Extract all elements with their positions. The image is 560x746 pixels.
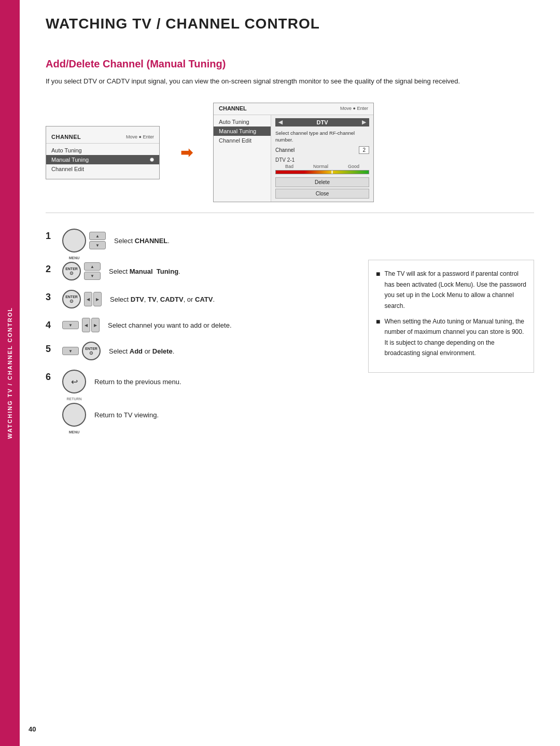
section-heading: Add/Delete Channel (Manual Tuning) xyxy=(46,58,534,70)
channel-row: Channel 2 xyxy=(275,146,369,154)
screen1-nav: Move ● Enter xyxy=(126,134,154,139)
step-2-text: Select Manual Tuning. xyxy=(109,266,180,277)
nav-lr-step4: ◀ ▶ xyxy=(82,318,100,332)
screen1-item-channeledit: Channel Edit xyxy=(46,164,159,174)
signal-bar xyxy=(275,170,369,174)
enter-circle-icon-step5: ⊙ xyxy=(89,350,93,356)
nav-ud-step4: ▼ xyxy=(62,321,79,329)
nav-up-step2: ▲ xyxy=(84,262,101,271)
step-2-num: 2 xyxy=(46,264,54,275)
step-3-text: Select DTV, TV, CADTV, or CATV. xyxy=(110,294,215,305)
step-7-icons: MENU xyxy=(62,403,86,427)
nav-down-step4a: ▼ xyxy=(62,321,79,329)
step-3-num: 3 xyxy=(46,292,54,303)
step-7: MENU Return to TV viewing. xyxy=(46,403,353,427)
screen2-menu-row: Auto Tuning Manual Tuning Channel Edit ◀… xyxy=(214,115,373,202)
nav-left-step3: ◀ xyxy=(84,292,92,306)
nav-up-step1: ▲ xyxy=(89,232,106,240)
step-5: 5 ▼ ENTER ⊙ Select Add or Delete. xyxy=(46,342,353,360)
steps-left: 1 MENU ▲ ▼ Select CHANNEL. 2 xyxy=(46,229,353,436)
channel-num-box: 2 xyxy=(359,146,369,154)
steps-area: 1 MENU ▲ ▼ Select CHANNEL. 2 xyxy=(46,229,534,436)
screen2-item-autotuning: Auto Tuning xyxy=(214,117,271,126)
mockup-area: CHANNEL Move ● Enter Auto Tuning Manual … xyxy=(46,103,534,214)
nav-ud-step5: ▼ xyxy=(62,347,79,355)
step-2-icons: ENTER ⊙ ▲ ▼ xyxy=(62,262,101,280)
screen2-btn-row: Delete Close xyxy=(275,177,369,199)
sidebar-label: WATCHING TV / CHANNEL CONTROL xyxy=(7,307,13,439)
nav-ud-step2: ▲ ▼ xyxy=(84,262,101,280)
return-label: RETURN xyxy=(66,397,81,401)
step-1-icons: MENU ▲ ▼ xyxy=(62,229,106,252)
screen1-item-manualtuning: Manual Tuning xyxy=(46,155,159,164)
sidebar: WATCHING TV / CHANNEL CONTROL xyxy=(0,0,20,746)
signal-good: Good xyxy=(348,164,359,169)
step-3: 3 ENTER ⊙ ◀ ▶ Select DTV, TV, CADTV, or … xyxy=(46,290,353,308)
nav-ud-step1: ▲ ▼ xyxy=(89,232,106,249)
enter-button-step3: ENTER ⊙ xyxy=(62,290,81,308)
return-icon: ↩ xyxy=(71,377,78,387)
screen2-item-channeledit: Channel Edit xyxy=(214,136,271,145)
dtv-left-arrow-icon: ◀ xyxy=(278,119,283,125)
menu-button-step7: MENU xyxy=(62,403,86,427)
step-6: 6 ↩ RETURN Return to the previous menu. xyxy=(46,370,353,393)
intro-text: If you select DTV or CADTV input signal,… xyxy=(46,76,512,87)
nav-down-step5: ▼ xyxy=(62,347,79,355)
close-button[interactable]: Close xyxy=(275,189,369,199)
menu-button-step1: MENU xyxy=(62,229,86,252)
note-1-text: The TV will ask for a password if parent… xyxy=(384,269,526,311)
signal-normal: Normal xyxy=(313,164,328,169)
signal-indicator xyxy=(331,171,333,174)
return-button-step6: ↩ RETURN xyxy=(62,370,86,393)
step-1-num: 1 xyxy=(46,231,54,242)
note-2-text: When setting the Auto tuning or Manual t… xyxy=(384,316,526,359)
nav-left-step4: ◀ xyxy=(82,318,90,332)
step-2: 2 ENTER ⊙ ▲ ▼ Select Manual Tuning. xyxy=(46,262,353,280)
step-5-icons: ▼ ENTER ⊙ xyxy=(62,342,101,360)
enter-label-step3: ENTER xyxy=(65,295,78,299)
screen1-item-autotuning: Auto Tuning xyxy=(46,146,159,155)
note-1: ■ The TV will ask for a password if pare… xyxy=(376,269,526,311)
nav-lr-step3: ◀ ▶ xyxy=(84,292,102,306)
channel-label: Channel xyxy=(275,147,295,153)
screen2-title: CHANNEL xyxy=(219,105,247,111)
step-1: 1 MENU ▲ ▼ Select CHANNEL. xyxy=(46,229,353,252)
screen2-header: CHANNEL Move ● Enter xyxy=(214,103,373,115)
page-number: 40 xyxy=(29,725,36,733)
step-7-text: Return to TV viewing. xyxy=(94,410,159,420)
step-4-icons: ▼ ◀ ▶ xyxy=(62,318,100,332)
step-3-icons: ENTER ⊙ ◀ ▶ xyxy=(62,290,102,308)
enter-label-step2: ENTER xyxy=(65,267,78,271)
arrow-right-icon: ➡ xyxy=(180,144,192,161)
dtv-selector: ◀ DTV ▶ xyxy=(275,118,369,126)
dtv-right-arrow-icon: ▶ xyxy=(362,119,366,125)
screen2: CHANNEL Move ● Enter Auto Tuning Manual … xyxy=(213,103,374,203)
enter-button-step5: ENTER ⊙ xyxy=(82,342,101,360)
step-1-text: Select CHANNEL. xyxy=(114,236,170,246)
screen2-desc: Select channel type and RF-channel numbe… xyxy=(275,130,369,144)
screen2-item-manualtuning: Manual Tuning xyxy=(214,126,271,136)
delete-button[interactable]: Delete xyxy=(275,177,369,187)
enter-button-step2: ENTER ⊙ xyxy=(62,262,81,280)
menu-label-step7: MENU xyxy=(69,430,80,434)
nav-down-step1: ▼ xyxy=(89,241,106,249)
nav-right-step4: ▶ xyxy=(91,318,100,332)
note-1-bullet: ■ xyxy=(376,269,380,311)
step-4: 4 ▼ ◀ ▶ Select channel you want to add o… xyxy=(46,318,353,332)
screen1: CHANNEL Move ● Enter Auto Tuning Manual … xyxy=(46,126,160,179)
step-6-text: Return to the previous menu. xyxy=(94,377,181,387)
screen1-manualtuning-label: Manual Tuning xyxy=(51,157,89,163)
step-4-text: Select channel you want to add or delete… xyxy=(108,320,232,331)
dtv-value: DTV xyxy=(317,119,328,125)
page-title: WATCHING TV / CHANNEL CONTROL xyxy=(46,16,534,37)
step-5-text: Select Add or Delete. xyxy=(109,346,174,357)
nav-down-step2: ▼ xyxy=(84,272,101,280)
note-2: ■ When setting the Auto tuning or Manual… xyxy=(376,316,526,359)
step-4-num: 4 xyxy=(46,320,54,331)
signal-bad: Bad xyxy=(285,164,293,169)
enter-label-step5: ENTER xyxy=(85,347,97,350)
note-2-bullet: ■ xyxy=(376,316,380,359)
screen2-menu-left: Auto Tuning Manual Tuning Channel Edit xyxy=(214,115,271,202)
step-5-num: 5 xyxy=(46,344,54,355)
screen1-title: CHANNEL xyxy=(51,134,81,140)
